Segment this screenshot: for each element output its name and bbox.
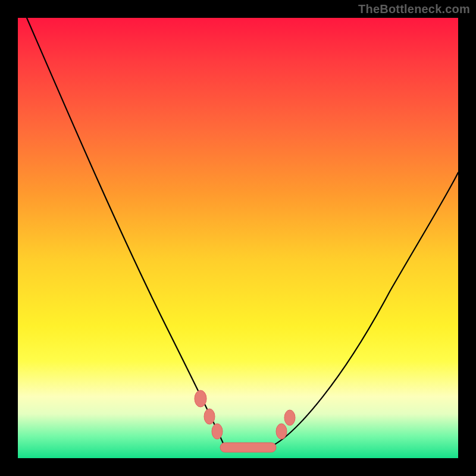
marker-dot [276,424,287,439]
marker-dot [212,424,223,439]
bottom-bar [220,443,276,452]
marker-dot [284,410,295,425]
right-curve [274,173,458,445]
marker-dot [204,409,215,424]
chart-svg [18,18,458,458]
left-curve [27,18,223,443]
watermark-label: TheBottleneck.com [358,2,470,16]
marker-dot [195,390,206,407]
plot-area [18,18,458,458]
chart-frame: TheBottleneck.com [0,0,476,476]
